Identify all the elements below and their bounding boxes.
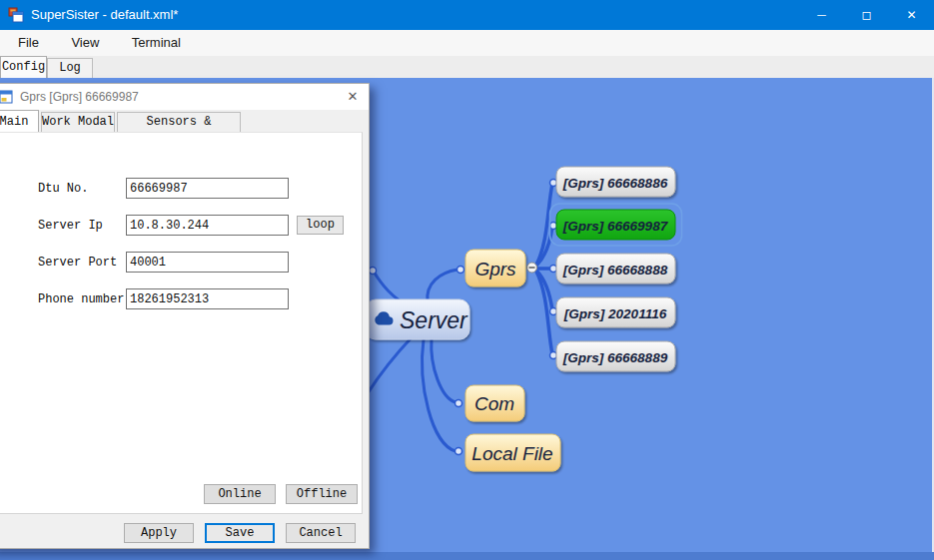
mindmap-node-server[interactable]: Server bbox=[366, 299, 469, 339]
tab-config[interactable]: Config bbox=[0, 56, 47, 78]
connector-dot bbox=[550, 266, 557, 273]
cancel-button[interactable]: Cancel bbox=[286, 523, 356, 543]
server-ip-input[interactable] bbox=[126, 215, 289, 236]
main-tab-strip: Config Log bbox=[0, 56, 934, 78]
mindmap-node-gprs[interactable]: Gprs bbox=[466, 250, 525, 286]
node-label: [Gprs] 20201116 bbox=[563, 306, 667, 321]
dtu-no-input[interactable] bbox=[126, 178, 289, 199]
dialog-title: Gprs [Gprs] 66669987 bbox=[20, 84, 139, 110]
connector-dot bbox=[370, 268, 377, 275]
edge-server-com bbox=[432, 338, 456, 402]
collapse-minus-icon[interactable] bbox=[527, 263, 537, 273]
dialog-main-tabpage: Dtu No. Server Ip loop Server Port Phone… bbox=[0, 132, 363, 514]
node-label-com: Com bbox=[474, 393, 514, 414]
node-label-server: Server bbox=[400, 307, 468, 333]
dialog-tab-sensors[interactable]: Sensors & Confusion bbox=[117, 112, 241, 132]
connector-dot bbox=[458, 267, 465, 274]
menu-file[interactable]: File bbox=[4, 30, 53, 56]
edge-server-localfile bbox=[423, 339, 456, 451]
save-button[interactable]: Save bbox=[205, 523, 275, 543]
node-label: [Gprs] 66668889 bbox=[562, 350, 668, 365]
maximize-button[interactable]: ◻ bbox=[844, 0, 889, 30]
close-button[interactable]: ✕ bbox=[889, 0, 934, 30]
map-horizontal-scrollbar[interactable] bbox=[0, 552, 934, 560]
server-port-input[interactable] bbox=[126, 252, 289, 273]
title-bar: SuperSister - default.xml* ─ ◻ ✕ bbox=[0, 0, 934, 30]
connector-dot bbox=[550, 180, 557, 187]
window-title: SuperSister - default.xml* bbox=[31, 0, 178, 30]
dialog-title-bar: Gprs [Gprs] 66669987 ✕ bbox=[0, 84, 369, 110]
node-label: [Gprs] 66669987 bbox=[562, 219, 669, 234]
dialog-close-icon[interactable]: ✕ bbox=[344, 88, 362, 106]
connector-dot bbox=[550, 308, 557, 315]
offline-button[interactable]: Offline bbox=[286, 484, 358, 504]
server-ip-label: Server Ip bbox=[38, 219, 103, 233]
tab-log[interactable]: Log bbox=[47, 58, 93, 78]
mindmap-node-child5[interactable]: [Gprs] 66668889 bbox=[556, 341, 675, 371]
apply-button[interactable]: Apply bbox=[124, 523, 194, 543]
menu-terminal[interactable]: Terminal bbox=[118, 30, 195, 56]
app-icon bbox=[8, 7, 24, 23]
edge-server-gprs bbox=[428, 270, 458, 301]
connector-dot bbox=[456, 400, 463, 407]
gprs-settings-dialog: Gprs [Gprs] 66669987 ✕ Main Work Modal S… bbox=[0, 83, 370, 549]
connector-dot bbox=[456, 448, 463, 455]
mindmap-node-child2-selected[interactable]: [Gprs] 66669987 bbox=[550, 204, 682, 246]
mindmap-node-child3[interactable]: [Gprs] 66668888 bbox=[556, 254, 675, 283]
menu-bar: File View Terminal bbox=[0, 30, 934, 56]
dialog-tab-workmodal[interactable]: Work Modal bbox=[41, 112, 115, 132]
dialog-form-icon bbox=[0, 90, 13, 104]
mindmap-node-child1[interactable]: [Gprs] 66668886 bbox=[556, 167, 675, 197]
dialog-footer: Apply Save Cancel bbox=[0, 514, 369, 548]
phone-number-input[interactable] bbox=[126, 288, 289, 309]
mindmap-node-com[interactable]: Com bbox=[466, 385, 524, 421]
dtu-no-label: Dtu No. bbox=[38, 182, 88, 196]
dialog-tab-strip: Main Work Modal Sensors & Confusion bbox=[0, 110, 369, 132]
dialog-tab-main[interactable]: Main bbox=[0, 110, 39, 132]
minimize-button[interactable]: ─ bbox=[799, 0, 844, 30]
node-label-localfile: Local File bbox=[471, 443, 552, 464]
edge-server-left-bottom bbox=[368, 335, 414, 393]
app-window: SuperSister - default.xml* ─ ◻ ✕ File Vi… bbox=[0, 0, 934, 560]
phone-number-label: Phone number bbox=[38, 292, 124, 306]
node-label: [Gprs] 66668888 bbox=[562, 263, 668, 278]
connector-dot bbox=[550, 352, 557, 359]
loop-button[interactable]: loop bbox=[297, 216, 344, 235]
online-button[interactable]: Online bbox=[204, 484, 276, 504]
menu-view[interactable]: View bbox=[57, 30, 113, 56]
mindmap-node-child4[interactable]: [Gprs] 20201116 bbox=[556, 297, 675, 327]
node-label: [Gprs] 66668886 bbox=[562, 176, 668, 191]
node-label-gprs: Gprs bbox=[474, 259, 516, 280]
connector-dot bbox=[550, 223, 557, 230]
mindmap-node-localfile[interactable]: Local File bbox=[466, 434, 560, 471]
server-port-label: Server Port bbox=[38, 256, 117, 270]
